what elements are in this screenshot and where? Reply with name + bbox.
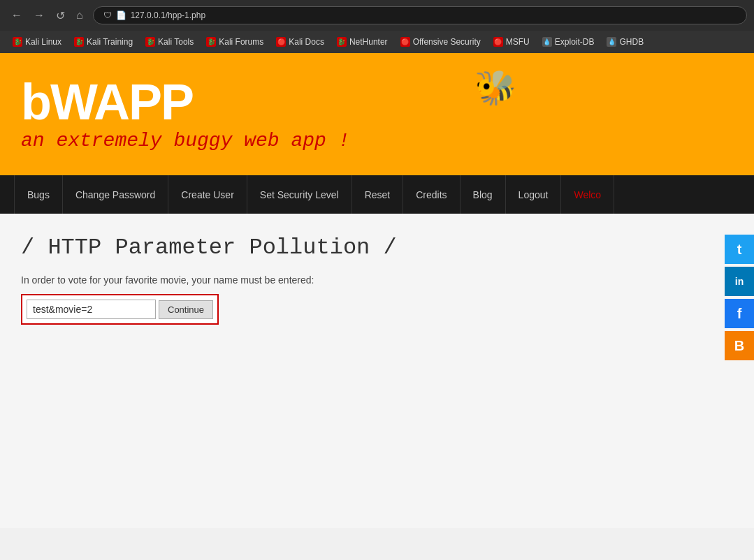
lock-icon: 🛡 (103, 10, 112, 20)
bookmark-kali-linux-label: Kali Linux (25, 37, 61, 47)
nav-reset[interactable]: Reset (352, 175, 404, 214)
social-sidebar: t in f B (725, 235, 754, 360)
page-title: / HTTP Parameter Pollution / (21, 235, 733, 260)
twitter-button[interactable]: t (725, 235, 754, 264)
refresh-button[interactable]: ↺ (52, 6, 69, 25)
nav-set-security-level[interactable]: Set Security Level (247, 175, 352, 214)
kali-docs-icon: 🔴 (276, 37, 286, 47)
nav-bugs-label: Bugs (27, 189, 50, 200)
bookmark-nethunter[interactable]: 🐉 NetHunter (331, 35, 393, 49)
nethunter-icon: 🐉 (337, 37, 347, 47)
bwapp-logo: bWAPP (21, 77, 733, 127)
page-icon: 📄 (116, 10, 126, 20)
blogger-button[interactable]: B (725, 331, 754, 360)
facebook-icon: f (737, 306, 742, 322)
nav-blog[interactable]: Blog (461, 175, 506, 214)
bookmark-kali-training-label: Kali Training (87, 37, 133, 47)
main-nav: Bugs Change Password Create User Set Sec… (0, 175, 754, 214)
page-title-text: HTTP Parameter Pollution (48, 235, 370, 260)
forward-button[interactable]: → (29, 6, 49, 24)
nav-set-security-level-label: Set Security Level (260, 189, 339, 200)
bookmark-kali-docs-label: Kali Docs (289, 37, 324, 47)
nav-create-user-label: Create User (181, 189, 233, 200)
bookmark-kali-tools-label: Kali Tools (158, 37, 194, 47)
kali-tools-icon: 🐉 (145, 37, 155, 47)
home-button[interactable]: ⌂ (72, 6, 87, 24)
bookmark-kali-forums-label: Kali Forums (219, 37, 263, 47)
continue-button[interactable]: Continue (159, 300, 213, 319)
title-slash-left: / (21, 235, 34, 260)
browser-chrome: ← → ↺ ⌂ 🛡 📄 127.0.0.1/hpp-1.php (0, 0, 754, 31)
bookmark-kali-linux[interactable]: 🐉 Kali Linux (7, 35, 67, 49)
bookmark-ghdb-label: GHDB (619, 37, 644, 47)
bookmark-kali-forums[interactable]: 🐉 Kali Forums (201, 35, 269, 49)
bookmark-kali-tools[interactable]: 🐉 Kali Tools (140, 35, 199, 49)
bookmark-exploit-db[interactable]: 💧 Exploit-DB (537, 35, 600, 49)
address-bar[interactable]: 🛡 📄 127.0.0.1/hpp-1.php (93, 6, 747, 24)
nav-credits[interactable]: Credits (403, 175, 460, 214)
kali-forums-icon: 🐉 (206, 37, 216, 47)
back-button[interactable]: ← (7, 6, 27, 24)
ghdb-icon: 💧 (607, 37, 616, 47)
nav-change-password-label: Change Password (75, 189, 155, 200)
bee-icon: 🐝 (474, 68, 516, 108)
nav-reset-label: Reset (365, 189, 391, 200)
msfu-icon: 🔴 (493, 37, 503, 47)
twitter-icon: t (737, 242, 742, 258)
nav-logout[interactable]: Logout (506, 175, 562, 214)
bookmark-kali-docs[interactable]: 🔴 Kali Docs (270, 35, 330, 49)
bwapp-header: bWAPP an extremely buggy web app ! 🐝 (0, 53, 754, 175)
name-input[interactable] (27, 300, 156, 319)
nav-bugs[interactable]: Bugs (14, 175, 63, 214)
bookmark-msfu[interactable]: 🔴 MSFU (488, 35, 535, 49)
bookmark-offensive-security-label: Offensive Security (413, 37, 481, 47)
nav-change-password[interactable]: Change Password (63, 175, 168, 214)
kali-training-icon: 🐉 (74, 37, 84, 47)
form-box: Continue (21, 294, 219, 325)
nav-logout-label: Logout (519, 189, 549, 200)
bookmarks-bar: 🐉 Kali Linux 🐉 Kali Training 🐉 Kali Tool… (0, 31, 754, 53)
blogger-icon: B (734, 338, 744, 354)
nav-welcome: Welco (561, 175, 614, 214)
browser-nav-buttons: ← → ↺ ⌂ (7, 6, 87, 25)
bookmark-kali-training[interactable]: 🐉 Kali Training (68, 35, 138, 49)
nav-welcome-label: Welco (574, 189, 601, 200)
nav-blog-label: Blog (473, 189, 493, 200)
bookmark-msfu-label: MSFU (506, 37, 530, 47)
main-content: / HTTP Parameter Pollution / In order to… (0, 214, 754, 528)
bookmark-offensive-security[interactable]: 🔴 Offensive Security (395, 35, 486, 49)
title-slash-right: / (383, 235, 396, 260)
bookmark-nethunter-label: NetHunter (349, 37, 388, 47)
url-text: 127.0.0.1/hpp-1.php (131, 10, 205, 20)
kali-linux-icon: 🐉 (13, 37, 22, 47)
offensive-security-icon: 🔴 (400, 37, 410, 47)
linkedin-icon: in (735, 276, 744, 287)
bookmark-exploit-db-label: Exploit-DB (555, 37, 595, 47)
linkedin-button[interactable]: in (725, 267, 754, 296)
form-description: In order to vote for your favorite movie… (21, 274, 733, 286)
nav-credits-label: Credits (416, 189, 447, 200)
bookmark-ghdb[interactable]: 💧 GHDB (601, 35, 649, 49)
nav-create-user[interactable]: Create User (168, 175, 247, 214)
facebook-button[interactable]: f (725, 299, 754, 328)
bwapp-tagline: an extremely buggy web app ! (21, 130, 733, 152)
exploit-db-icon: 💧 (542, 37, 552, 47)
